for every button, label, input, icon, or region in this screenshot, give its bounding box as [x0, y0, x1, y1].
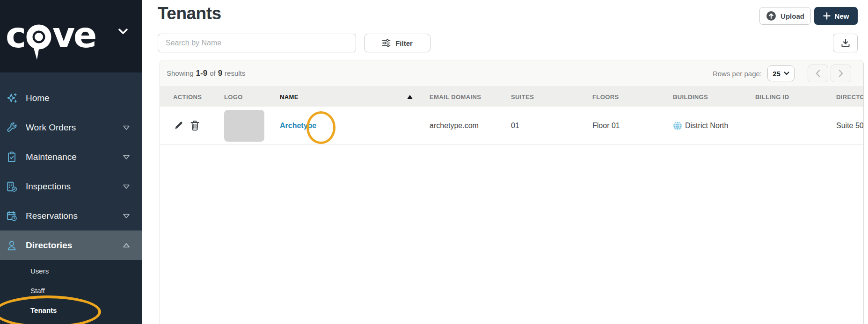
- sidebar-item-label: Work Orders: [26, 122, 123, 133]
- download-icon: [840, 38, 851, 48]
- chevron-up-icon: [123, 243, 130, 248]
- sidebar-item-work-orders[interactable]: Work Orders: [0, 113, 142, 142]
- sidebar-item-directories[interactable]: Directories: [0, 230, 142, 260]
- chevron-down-icon: [123, 125, 130, 130]
- next-page-button[interactable]: [831, 65, 851, 82]
- search-input[interactable]: [158, 34, 356, 52]
- rows-per-page-label: Rows per page:: [713, 70, 762, 78]
- table-row: Archetype archetype.com 01 Floor 01 Dist…: [160, 107, 864, 145]
- pencil-icon: [173, 120, 184, 131]
- download-button[interactable]: [833, 34, 858, 52]
- logo-pin-icon: [24, 22, 53, 62]
- chevron-down-icon: [123, 154, 130, 160]
- sidebar-item-maintenance[interactable]: Maintenance: [0, 142, 142, 172]
- sidebar-item-reservations[interactable]: Reservations: [0, 201, 142, 230]
- row-logo-cell: [224, 110, 280, 142]
- results-suffix: results: [225, 69, 245, 77]
- row-floors-cell: Floor 01: [592, 122, 673, 130]
- filter-button[interactable]: Filter: [364, 34, 430, 52]
- sidebar-subitem-staff[interactable]: Staff: [0, 281, 142, 300]
- person-icon: [6, 239, 18, 252]
- new-button[interactable]: New: [814, 7, 858, 25]
- tenant-logo-placeholder: [224, 110, 264, 142]
- filter-button-label: Filter: [395, 39, 413, 47]
- upload-icon: [766, 11, 776, 21]
- row-name-cell: Archetype: [280, 122, 430, 130]
- results-total: 9: [218, 69, 222, 78]
- table-header-row: ACTIONS LOGO NAME EMAIL DOMAINS SUITES F…: [160, 87, 864, 107]
- sub-item-label: Staff: [30, 287, 45, 295]
- results-summary: Showing 1-9 of 9 results: [167, 69, 245, 78]
- page-title: Tenants: [158, 4, 221, 23]
- column-header-logo: LOGO: [224, 94, 280, 101]
- column-header-billing-id: BILLING ID: [755, 94, 836, 101]
- results-range: 1-9: [196, 69, 208, 78]
- column-header-directory: DIRECTO: [836, 94, 864, 101]
- building-name: District North: [685, 122, 728, 130]
- of-word: of: [210, 69, 216, 77]
- logo-bar: c ve: [0, 0, 142, 72]
- sort-ascending-icon: [407, 95, 413, 99]
- plus-icon: [823, 12, 831, 20]
- sidebar: c ve Home: [0, 0, 142, 324]
- building-check-icon: [6, 180, 18, 193]
- column-header-actions: ACTIONS: [160, 94, 224, 101]
- chevron-down-icon: [123, 184, 130, 189]
- column-header-email-domains: EMAIL DOMAINS: [430, 94, 511, 101]
- sidebar-item-label: Home: [26, 93, 130, 103]
- calendar-clock-icon: [6, 210, 18, 222]
- sidebar-item-label: Maintenance: [26, 152, 123, 162]
- upload-button[interactable]: Upload: [759, 7, 811, 25]
- clipboard-check-icon: [6, 151, 18, 163]
- sidebar-item-inspections[interactable]: Inspections: [0, 172, 142, 201]
- row-email-domains-cell: archetype.com: [430, 122, 511, 130]
- tenants-table-panel: Showing 1-9 of 9 results Rows per page: …: [160, 60, 864, 324]
- sidebar-subitem-tenants[interactable]: Tenants: [0, 300, 142, 320]
- wrench-icon: [6, 122, 18, 134]
- row-actions-cell: [160, 120, 224, 131]
- row-buildings-cell: District North: [673, 121, 755, 130]
- org-switcher-chevron-down-icon[interactable]: [117, 27, 129, 36]
- row-directory-cell: Suite 50: [836, 122, 864, 130]
- filter-sliders-icon: [382, 39, 391, 47]
- sidebar-item-label: Reservations: [26, 211, 123, 221]
- rows-per-page-value: 25: [773, 70, 780, 78]
- sub-item-label: Tenants: [30, 306, 57, 314]
- sidebar-item-label: Directories: [26, 240, 123, 251]
- chevron-right-icon: [839, 70, 843, 77]
- sparkles-icon: [6, 92, 18, 104]
- logo-text-right: ve: [52, 18, 95, 52]
- column-header-name-label: NAME: [280, 94, 407, 101]
- tenant-name-link[interactable]: Archetype: [280, 122, 316, 130]
- directories-submenu: Users Staff Tenants: [0, 260, 142, 324]
- column-header-name[interactable]: NAME: [280, 94, 430, 101]
- previous-page-button[interactable]: [808, 65, 828, 82]
- cove-logo[interactable]: c ve: [6, 11, 95, 62]
- app-root: c ve Home: [0, 0, 868, 324]
- results-bar: Showing 1-9 of 9 results Rows per page: …: [160, 60, 863, 87]
- globe-icon: [673, 121, 682, 130]
- sidebar-item-home[interactable]: Home: [0, 83, 142, 113]
- edit-button[interactable]: [173, 120, 184, 131]
- column-header-floors: FLOORS: [592, 94, 673, 101]
- sub-item-label: Users: [30, 267, 49, 275]
- upload-button-label: Upload: [780, 12, 804, 20]
- chevron-down-icon: [123, 213, 130, 219]
- rows-per-page-select[interactable]: 25: [767, 65, 795, 81]
- delete-button[interactable]: [190, 120, 200, 131]
- chevron-down-icon: [784, 72, 789, 75]
- tenants-table: ACTIONS LOGO NAME EMAIL DOMAINS SUITES F…: [160, 87, 864, 145]
- sidebar-subitem-users[interactable]: Users: [0, 261, 142, 281]
- row-suites-cell: 01: [511, 122, 592, 130]
- showing-prefix: Showing: [167, 69, 194, 77]
- trash-icon: [190, 120, 200, 131]
- column-header-suites: SUITES: [511, 94, 592, 101]
- main-content: Tenants Upload New Filter Showing 1-9 of: [142, 0, 868, 324]
- column-header-buildings: BUILDINGS: [673, 94, 755, 101]
- chevron-left-icon: [816, 70, 820, 77]
- sidebar-menu: Home Work Orders Maintenance: [0, 72, 142, 260]
- new-button-label: New: [835, 12, 849, 20]
- logo-text-left: c: [6, 18, 25, 52]
- sidebar-item-label: Inspections: [26, 181, 123, 192]
